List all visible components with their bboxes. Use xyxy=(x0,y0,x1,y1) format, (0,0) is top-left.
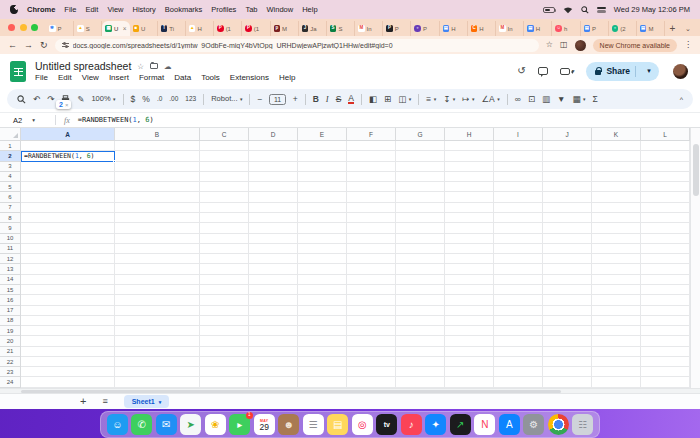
cell-K22[interactable] xyxy=(592,357,641,367)
cell-I7[interactable] xyxy=(494,203,543,213)
cell-F22[interactable] xyxy=(347,357,396,367)
cell-B20[interactable] xyxy=(115,336,200,346)
cell-J9[interactable] xyxy=(543,223,592,233)
toolbar-zoom-select[interactable]: 100%▾ xyxy=(91,95,115,103)
toolbar-paint-format[interactable]: ✎ xyxy=(77,95,84,104)
row-header-12[interactable]: 12 xyxy=(0,254,21,264)
cell-I13[interactable] xyxy=(494,264,543,274)
row-header-20[interactable]: 20 xyxy=(0,336,21,346)
control-center-icon[interactable] xyxy=(597,6,606,13)
cell-C5[interactable] xyxy=(200,182,249,192)
cell-C14[interactable] xyxy=(200,275,249,285)
cell-I8[interactable] xyxy=(494,213,543,223)
cell-G16[interactable] xyxy=(396,295,445,305)
cell-I4[interactable] xyxy=(494,172,543,182)
cell-K21[interactable] xyxy=(592,347,641,357)
cell-G18[interactable] xyxy=(396,316,445,326)
dropdown-caret-icon[interactable]: ▾ xyxy=(240,97,243,102)
cell-D18[interactable] xyxy=(249,316,298,326)
toolbar-strikethrough[interactable]: S xyxy=(336,95,342,104)
toolbar-bold[interactable]: B xyxy=(313,95,319,104)
browser-tab-6[interactable]: ▲H xyxy=(186,21,214,36)
cell-D16[interactable] xyxy=(249,295,298,305)
cell-I9[interactable] xyxy=(494,223,543,233)
cell-D22[interactable] xyxy=(249,357,298,367)
toolbar-table-views[interactable]: ▦▾ xyxy=(572,95,585,104)
cell-H21[interactable] xyxy=(445,347,494,357)
cell-A5[interactable] xyxy=(21,182,115,192)
cell-D23[interactable] xyxy=(249,367,298,377)
cell-B19[interactable] xyxy=(115,326,200,336)
row-header-19[interactable]: 19 xyxy=(0,326,21,336)
sheet-tab-sheet1[interactable]: Sheet1 ▾ xyxy=(124,395,169,408)
cell-E5[interactable] xyxy=(298,182,347,192)
cell-D2[interactable] xyxy=(249,151,298,161)
select-all-corner[interactable] xyxy=(0,128,21,141)
browser-tab-9[interactable]: pM xyxy=(271,21,299,36)
cell-K5[interactable] xyxy=(592,182,641,192)
cell-A9[interactable] xyxy=(21,223,115,233)
browser-tab-7[interactable]: P(1 xyxy=(214,21,242,36)
column-header-A[interactable]: A xyxy=(21,128,115,141)
cell-H24[interactable] xyxy=(445,377,494,387)
cell-F18[interactable] xyxy=(347,316,396,326)
cell-A16[interactable] xyxy=(21,295,115,305)
cell-G1[interactable] xyxy=(396,141,445,151)
toolbar-create-filter[interactable]: ▼ xyxy=(557,95,565,104)
cell-L13[interactable] xyxy=(641,264,690,274)
row-header-21[interactable]: 21 xyxy=(0,347,21,357)
cell-A1[interactable] xyxy=(21,141,115,151)
cell-E19[interactable] xyxy=(298,326,347,336)
toolbar-more-formats[interactable]: 123 xyxy=(185,96,196,103)
cell-C20[interactable] xyxy=(200,336,249,346)
cell-E16[interactable] xyxy=(298,295,347,305)
toolbar-decrease-font-size[interactable]: − xyxy=(257,95,262,104)
cell-A11[interactable] xyxy=(21,244,115,254)
cell-F15[interactable] xyxy=(347,285,396,295)
sheets-menu-tools[interactable]: Tools xyxy=(201,73,220,82)
menubar-item-view[interactable]: View xyxy=(107,5,123,14)
cell-E4[interactable] xyxy=(298,172,347,182)
cell-D9[interactable] xyxy=(249,223,298,233)
toolbar-insert-comment[interactable]: ⊡ xyxy=(528,95,535,104)
cell-I17[interactable] xyxy=(494,306,543,316)
cell-I10[interactable] xyxy=(494,234,543,244)
cell-F16[interactable] xyxy=(347,295,396,305)
tab-search-button[interactable]: ⌄ xyxy=(680,21,696,36)
cell-H8[interactable] xyxy=(445,213,494,223)
update-chrome-button[interactable]: New Chrome available xyxy=(593,39,677,52)
cell-G21[interactable] xyxy=(396,347,445,357)
cell-A22[interactable] xyxy=(21,357,115,367)
cell-A12[interactable] xyxy=(21,254,115,264)
dock-music-icon[interactable]: ♪ xyxy=(401,414,422,435)
cell-C22[interactable] xyxy=(200,357,249,367)
cell-C6[interactable] xyxy=(200,192,249,202)
cell-C7[interactable] xyxy=(200,203,249,213)
column-header-E[interactable]: E xyxy=(298,128,347,141)
column-header-I[interactable]: I xyxy=(494,128,543,141)
cell-J19[interactable] xyxy=(543,326,592,336)
menubar-item-bookmarks[interactable]: Bookmarks xyxy=(165,5,203,14)
cell-J14[interactable] xyxy=(543,275,592,285)
dock-contacts-icon[interactable]: ☻ xyxy=(278,414,299,435)
cell-C24[interactable] xyxy=(200,377,249,387)
cell-C3[interactable] xyxy=(200,162,249,172)
cell-C12[interactable] xyxy=(200,254,249,264)
cell-G11[interactable] xyxy=(396,244,445,254)
dock-messages-icon[interactable]: ✆ xyxy=(131,414,152,435)
cell-H1[interactable] xyxy=(445,141,494,151)
cell-J12[interactable] xyxy=(543,254,592,264)
cell-B4[interactable] xyxy=(115,172,200,182)
toolbar-collapse-button[interactable]: ^ xyxy=(680,96,683,103)
cell-I18[interactable] xyxy=(494,316,543,326)
cell-D5[interactable] xyxy=(249,182,298,192)
cell-B14[interactable] xyxy=(115,275,200,285)
cell-B7[interactable] xyxy=(115,203,200,213)
row-header-2[interactable]: 2 xyxy=(0,151,21,161)
dock-chrome-icon[interactable] xyxy=(548,414,569,435)
menubar-item-history[interactable]: History xyxy=(133,5,156,14)
spotlight-search-icon[interactable] xyxy=(581,6,589,14)
dropdown-caret-icon[interactable]: ▾ xyxy=(453,97,456,102)
tab-close-icon[interactable]: × xyxy=(123,25,127,32)
cell-A4[interactable] xyxy=(21,172,115,182)
